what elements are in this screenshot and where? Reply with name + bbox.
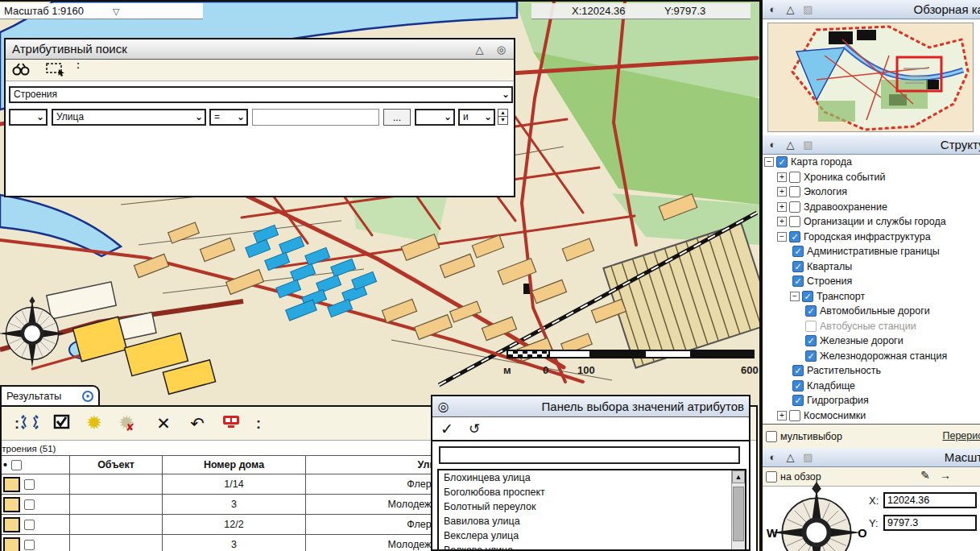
row-checkbox[interactable] (24, 499, 35, 510)
tree-item[interactable]: ✓Железные дороги (763, 334, 980, 349)
layer-label[interactable]: Железные дороги (820, 335, 904, 346)
y-coordinate-input[interactable] (883, 515, 977, 531)
layer-checkbox[interactable]: ✓ (802, 291, 813, 302)
zoom-to-selection-icon[interactable] (19, 413, 40, 434)
collapse-icon[interactable]: △ (473, 44, 486, 56)
layer-checkbox[interactable] (789, 172, 800, 183)
attribute-value-item[interactable]: Векслера улица (439, 528, 731, 543)
layer-label[interactable]: Экология (804, 186, 847, 197)
report-icon[interactable] (221, 413, 242, 434)
chevron-down-icon[interactable]: ⌄ (195, 110, 203, 124)
chevron-down-icon[interactable]: ⌄ (484, 110, 492, 124)
measure-icon[interactable]: ✎ (920, 469, 930, 482)
row-checkbox[interactable] (24, 520, 35, 530)
layer-checkbox[interactable] (789, 216, 800, 227)
spinner-up-icon[interactable]: ▲ (498, 109, 508, 117)
scrollbar-thumb[interactable] (733, 487, 744, 541)
binoculars-icon[interactable] (12, 62, 30, 80)
tree-item[interactable]: +Организации и службы города (763, 214, 980, 230)
undo-icon[interactable]: ↶ (187, 413, 208, 434)
clear-flash-icon[interactable]: ✹✘ (116, 413, 137, 434)
header-object[interactable]: Объект (70, 456, 163, 474)
expand-expander-icon[interactable]: + (777, 172, 787, 182)
rect-select-icon[interactable] (46, 62, 67, 80)
tree-item[interactable]: ✓Административные границы (763, 244, 980, 259)
list-scrollbar[interactable]: ▲ (731, 470, 745, 551)
operator-select[interactable]: = ⌄ (209, 109, 248, 126)
remove-icon[interactable]: ✕ (153, 413, 174, 434)
condition-stepper[interactable]: ▲ ▼ (498, 109, 508, 126)
value-filter-input[interactable] (439, 446, 740, 464)
layer-label[interactable]: Административные границы (807, 246, 940, 257)
value-input[interactable] (252, 109, 379, 126)
dialog-titlebar[interactable]: Атрибутивный поиск △ ◎ (6, 39, 514, 60)
attribute-values-list[interactable]: Блохинцева улицаБоголюбова проспектБолот… (437, 469, 746, 551)
layer-label[interactable]: Гидрография (807, 395, 869, 406)
layer-label[interactable]: Железнодорожная станция (820, 350, 947, 362)
layer-label[interactable]: Автобусные станции (820, 321, 916, 332)
collapse-triangle-icon[interactable]: △ (784, 139, 796, 151)
layer-checkbox[interactable]: ✓ (792, 261, 804, 272)
goto-icon[interactable]: → (940, 469, 951, 482)
layer-checkbox[interactable]: ✓ (776, 156, 788, 168)
chevron-down-icon[interactable]: ⌄ (36, 110, 44, 124)
dialog-titlebar[interactable]: ◎ Панель выбора значений атрибутов (432, 396, 749, 417)
layer-checkbox[interactable]: ✓ (792, 276, 804, 287)
scrollbar-up-icon[interactable]: ▲ (732, 470, 745, 483)
pin-icon[interactable]: ▨ (802, 139, 814, 151)
value-select[interactable]: ⌄ (415, 109, 455, 126)
tree-item[interactable]: ✓Кладбище (763, 379, 980, 394)
layer-label[interactable]: Космоснимки (804, 410, 866, 421)
layer-checkbox[interactable] (789, 186, 800, 197)
expand-expander-icon[interactable]: + (777, 187, 787, 197)
close-icon[interactable]: ◎ (495, 44, 507, 56)
layer-label[interactable]: Кварталы (807, 261, 852, 272)
apply-check-icon[interactable]: ✓ (440, 420, 453, 438)
tree-item[interactable]: ✓Растительность (763, 363, 980, 379)
tree-item[interactable]: +Хроника событий (763, 170, 980, 185)
tree-item[interactable]: +Здравоохранение (763, 200, 980, 215)
layer-label[interactable]: Городская инфраструктура (804, 231, 931, 242)
tree-item[interactable]: ✓Железнодорожная станция (763, 349, 980, 364)
header-house[interactable]: Номер дома (163, 456, 306, 474)
layer-select[interactable]: Строения ⌄ (9, 86, 513, 103)
layer-checkbox[interactable]: ✓ (792, 246, 804, 257)
multiselect-checkbox[interactable] (766, 431, 777, 442)
layer-checkbox[interactable] (789, 410, 800, 421)
layer-label[interactable]: Организации и службы города (804, 216, 946, 227)
layer-label[interactable]: Растительность (807, 365, 881, 376)
detach-icon[interactable]: ◐ (767, 139, 779, 151)
attribute-value-item[interactable]: Вавилова улица (439, 514, 731, 528)
attribute-value-item[interactable]: Блохинцева улица (439, 470, 731, 485)
tree-item[interactable]: +Космоснимки (763, 408, 980, 424)
layer-label[interactable]: Автомобильные дороги (820, 305, 930, 317)
browse-button[interactable]: ... (383, 109, 411, 126)
layer-checkbox[interactable] (789, 201, 800, 213)
dropdown-arrow-icon[interactable]: ▽ (113, 4, 119, 19)
attribute-value-item[interactable]: Боголюбова проспект (439, 485, 731, 499)
to-overview-checkbox[interactable] (766, 471, 777, 483)
prefix-select[interactable]: ⌄ (9, 109, 48, 126)
layer-label[interactable]: Кладбище (807, 380, 855, 392)
tab-results[interactable]: Результаты ● (0, 385, 100, 407)
collapse-expander-icon[interactable]: − (764, 157, 774, 167)
expand-expander-icon[interactable]: + (777, 202, 787, 212)
layer-label[interactable]: Транспорт (817, 291, 865, 302)
flash-icon[interactable]: ✹ (84, 413, 105, 434)
attribute-value-item[interactable]: Болотный переулок (439, 499, 731, 514)
detach-icon[interactable]: ◐ (767, 3, 779, 15)
tree-item[interactable]: −✓Карта города (763, 155, 980, 170)
logic-select[interactable]: и ⌄ (458, 109, 495, 126)
layer-label[interactable]: Хроника событий (804, 172, 885, 183)
spinner-down-icon[interactable]: ▼ (498, 117, 508, 125)
layer-label[interactable]: Строения (807, 276, 852, 287)
detach-icon[interactable]: ◐ (767, 451, 779, 463)
expand-expander-icon[interactable]: + (777, 411, 787, 420)
expand-expander-icon[interactable]: + (777, 217, 787, 226)
detach-icon[interactable]: ◎ (437, 400, 449, 412)
overview-map[interactable] (767, 23, 974, 132)
tree-item[interactable]: +Экология (763, 184, 980, 200)
layer-checkbox[interactable]: ✓ (792, 395, 804, 406)
layer-checkbox[interactable]: ✓ (805, 305, 817, 317)
tree-item[interactable]: −✓Транспорт (763, 289, 980, 304)
